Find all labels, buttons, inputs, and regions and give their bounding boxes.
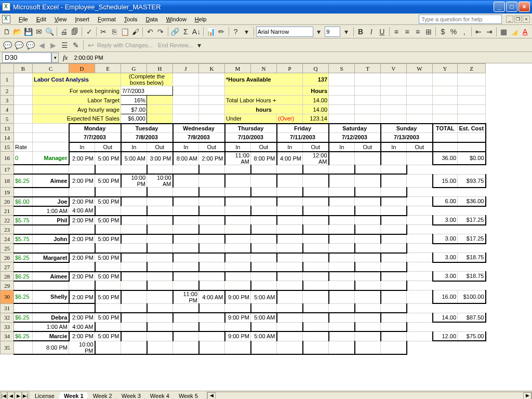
shift-out-cell[interactable] bbox=[407, 331, 433, 341]
row-header[interactable]: 29 bbox=[1, 281, 14, 290]
shift-out-cell[interactable] bbox=[303, 313, 329, 322]
fx-icon[interactable]: fx bbox=[63, 54, 68, 62]
shift-in-cell[interactable] bbox=[173, 313, 199, 322]
sheet-tab[interactable]: Week 5 bbox=[173, 392, 204, 400]
shift-out-cell[interactable] bbox=[407, 234, 433, 244]
shift-in-cell[interactable] bbox=[381, 331, 407, 341]
shift-out-cell[interactable] bbox=[147, 290, 173, 304]
shift-out-cell[interactable] bbox=[407, 253, 433, 262]
employee-name[interactable]: Aimee bbox=[33, 174, 69, 188]
shift-in-cell[interactable]: 2:00 PM bbox=[69, 234, 95, 244]
shift-in-cell[interactable]: 8:00 PM bbox=[33, 341, 69, 354]
shift-out-cell[interactable] bbox=[199, 253, 225, 262]
shift-in-cell[interactable] bbox=[277, 290, 303, 304]
shift-in-cell[interactable] bbox=[381, 253, 407, 262]
prev-comment-icon[interactable]: ◀ bbox=[36, 40, 47, 50]
shift-in-cell[interactable]: 1:00 AM bbox=[33, 206, 69, 216]
shift-out-cell[interactable] bbox=[407, 313, 433, 322]
shift-in-cell[interactable] bbox=[225, 174, 251, 188]
row-header[interactable]: 26 bbox=[1, 253, 14, 262]
shift-out-cell[interactable] bbox=[303, 197, 329, 206]
next-comment-icon[interactable]: ▶ bbox=[48, 40, 58, 50]
shift-in-cell[interactable] bbox=[277, 272, 303, 281]
doc-close-button[interactable]: × bbox=[523, 16, 530, 23]
comment-icon[interactable]: 💬 bbox=[2, 40, 12, 50]
shift-in-cell[interactable]: 11:00 PM bbox=[173, 290, 199, 304]
shift-in-cell[interactable] bbox=[173, 197, 199, 206]
format-painter-icon[interactable]: 🖌 bbox=[131, 26, 141, 37]
sort-asc-icon[interactable]: A↓ bbox=[192, 26, 202, 37]
shift-out-cell[interactable] bbox=[147, 313, 173, 322]
menu-window[interactable]: Window bbox=[162, 15, 191, 23]
shift-in-cell[interactable] bbox=[277, 174, 303, 188]
row-header[interactable]: 24 bbox=[1, 234, 14, 244]
row-header[interactable]: 34 bbox=[1, 331, 14, 341]
shift-out-cell[interactable] bbox=[303, 216, 329, 225]
shift-in-cell[interactable]: 2:00 PM bbox=[69, 331, 95, 341]
decrease-indent-icon[interactable]: ⇤ bbox=[474, 26, 484, 37]
tab-nav-first-icon[interactable]: |◀ bbox=[0, 392, 7, 400]
shift-out-cell[interactable] bbox=[355, 234, 381, 244]
shift-out-cell[interactable] bbox=[147, 253, 173, 262]
help-icon[interactable]: ? bbox=[231, 26, 241, 37]
shift-in-cell[interactable] bbox=[121, 331, 147, 341]
shift-out-cell[interactable] bbox=[303, 272, 329, 281]
bold-button[interactable]: B bbox=[356, 26, 366, 37]
font-size-combo[interactable] bbox=[325, 26, 340, 37]
menu-edit[interactable]: Edit bbox=[32, 15, 50, 23]
shift-out-cell[interactable]: 12:00 AM bbox=[303, 152, 329, 165]
col-header[interactable]: Q bbox=[303, 64, 329, 73]
employee-name[interactable]: Phil bbox=[33, 216, 69, 225]
italic-button[interactable]: I bbox=[366, 26, 376, 37]
sheet-tab[interactable]: License bbox=[29, 392, 60, 400]
col-header[interactable]: Z bbox=[458, 64, 486, 73]
shift-out-cell[interactable] bbox=[303, 174, 329, 188]
shift-in-cell[interactable] bbox=[329, 272, 355, 281]
row-header[interactable]: 2 bbox=[1, 86, 14, 96]
shift-out-cell[interactable] bbox=[407, 272, 433, 281]
shift-in-cell[interactable]: 2:00 PM bbox=[69, 272, 95, 281]
row-header[interactable]: 13 bbox=[1, 124, 14, 133]
employee-name[interactable]: John bbox=[33, 234, 69, 244]
shift-out-cell[interactable]: 3:00 PM bbox=[147, 152, 173, 165]
open-icon[interactable]: 📂 bbox=[13, 26, 23, 37]
size-dropdown-icon[interactable]: ▾ bbox=[341, 26, 351, 37]
rate-cell[interactable]: $6.25 bbox=[14, 313, 33, 322]
shift-out-cell[interactable] bbox=[251, 272, 277, 281]
email-icon[interactable]: ✉ bbox=[34, 26, 44, 37]
merge-center-icon[interactable]: ⊞ bbox=[424, 26, 434, 37]
toolbar-options-icon[interactable]: ▾ bbox=[194, 40, 204, 50]
shift-out-cell[interactable]: 5:00 AM bbox=[251, 313, 277, 322]
shift-out-cell[interactable] bbox=[355, 152, 381, 165]
shift-out-cell[interactable]: 5:00 PM bbox=[95, 331, 121, 341]
shift-out-cell[interactable]: 10:00 PM bbox=[69, 341, 95, 354]
shift-in-cell[interactable] bbox=[381, 234, 407, 244]
shift-in-cell[interactable] bbox=[329, 331, 355, 341]
close-button[interactable]: × bbox=[518, 2, 530, 12]
shift-in-cell[interactable] bbox=[277, 253, 303, 262]
search-icon[interactable]: 🔍 bbox=[45, 26, 55, 37]
shift-out-cell[interactable] bbox=[355, 290, 381, 304]
shift-in-cell[interactable] bbox=[121, 216, 147, 225]
shift-out-cell[interactable] bbox=[303, 234, 329, 244]
col-header[interactable]: C bbox=[33, 64, 69, 73]
shift-out-cell[interactable] bbox=[251, 253, 277, 262]
row-header[interactable]: 18 bbox=[1, 174, 14, 188]
shift-out-cell[interactable] bbox=[407, 216, 433, 225]
ink-icon[interactable]: ✎ bbox=[71, 40, 81, 50]
row-header[interactable]: 15 bbox=[1, 142, 14, 152]
print-preview-icon[interactable]: 🗐 bbox=[70, 26, 80, 37]
shift-in-cell[interactable] bbox=[225, 234, 251, 244]
shift-in-cell[interactable] bbox=[121, 290, 147, 304]
employee-name[interactable]: Joe bbox=[33, 197, 69, 206]
shift-in-cell[interactable]: 2:00 PM bbox=[69, 313, 95, 322]
col-header[interactable]: M bbox=[225, 64, 251, 73]
menu-tools[interactable]: Tools bbox=[120, 15, 142, 23]
shift-in-cell[interactable]: 5:00 AM bbox=[121, 152, 147, 165]
shift-out-cell[interactable] bbox=[147, 234, 173, 244]
name-box[interactable] bbox=[2, 52, 51, 63]
rate-cell[interactable]: $5.75 bbox=[14, 234, 33, 244]
fill-color-icon[interactable]: ◢ bbox=[510, 26, 520, 37]
col-header[interactable]: E bbox=[95, 64, 121, 73]
shift-in-cell[interactable] bbox=[277, 197, 303, 206]
